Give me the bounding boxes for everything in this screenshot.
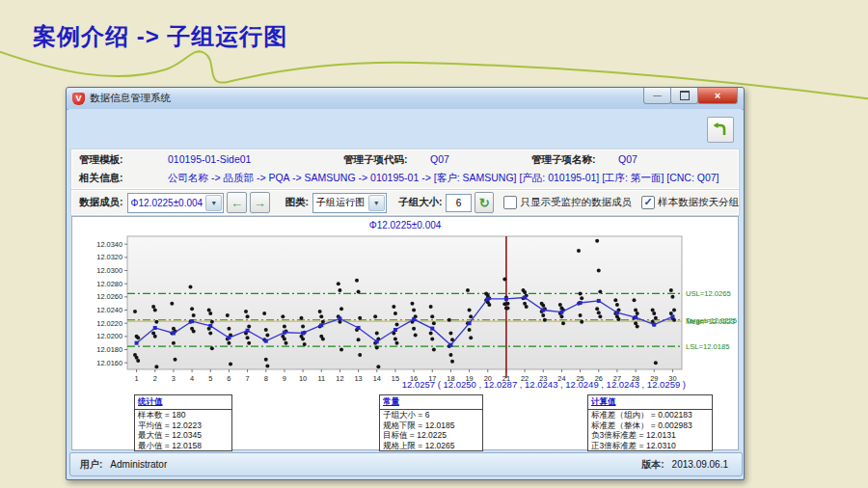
stat-row: 规格下限 = 12.0185 — [380, 420, 482, 431]
stat-row: 目标值 = 12.0225 — [380, 430, 482, 441]
svg-text:4: 4 — [190, 374, 194, 383]
control-toolbar: 数据成员: Φ12.0225±0.004 ▾ ← → 图类: 子组运行图 ▾ 子… — [70, 189, 740, 216]
svg-text:12.0180: 12.0180 — [96, 345, 122, 354]
svg-text:13: 13 — [354, 374, 362, 383]
svg-text:Mean=12.0223: Mean=12.0223 — [686, 317, 735, 326]
stat-row: 标准差（组内） = 0.002183 — [588, 410, 712, 420]
svg-text:12.0300: 12.0300 — [96, 266, 122, 275]
return-arrow-icon — [713, 122, 728, 138]
group-by-day-checkbox[interactable]: ✓ 样本数据按天分组 — [641, 196, 739, 209]
maximize-icon — [680, 91, 690, 100]
user-value: Administrator — [110, 459, 167, 470]
maximize-button[interactable] — [670, 88, 698, 104]
user-label: 用户: — [80, 458, 102, 472]
subitem-name-label: 管理子项名称: — [531, 153, 596, 167]
window-titlebar[interactable]: V 数据信息管理系统 — × — [67, 88, 744, 110]
statistics-table-title: 统计值 — [135, 395, 231, 410]
stat-row: 平均值 = 12.0223 — [135, 420, 231, 431]
subitem-name-value: Q07 — [618, 153, 637, 165]
svg-text:6: 6 — [227, 374, 231, 383]
svg-text:15: 15 — [392, 374, 399, 383]
svg-text:12.0160: 12.0160 — [96, 359, 122, 367]
data-member-value: Φ12.0225±0.004 — [128, 198, 206, 208]
constants-table-title: 常量 — [380, 395, 482, 410]
app-window: V 数据信息管理系统 — × 管理模板: 010195-01-Side01 管理… — [66, 87, 745, 480]
related-info-value: 公司名称 -> 品质部 -> PQA -> SAMSUNG -> 010195-… — [168, 172, 719, 185]
version-value: 2013.09.06.1 — [672, 459, 728, 470]
svg-text:9: 9 — [283, 374, 286, 383]
svg-text:5: 5 — [208, 374, 212, 383]
stat-row: 标准差（整体） = 0.002983 — [588, 420, 712, 431]
monitored-only-checkbox[interactable]: ✓ 只显示受监控的数据成员 — [503, 196, 632, 209]
chart-type-dropdown[interactable]: 子组运行图 ▾ — [312, 193, 387, 213]
management-info-panel: 管理模板: 010195-01-Side01 管理子项代码: Q07 管理子项名… — [70, 149, 740, 190]
close-button[interactable]: × — [697, 88, 738, 104]
subgroup-size-label: 子组大小: — [398, 196, 443, 209]
refresh-icon: ↻ — [479, 196, 490, 210]
version-label: 版本: — [641, 458, 664, 472]
data-member-label: 数据成员: — [79, 196, 123, 209]
svg-text:USL=12.0265: USL=12.0265 — [686, 289, 731, 298]
monitored-only-label: 只显示受监控的数据成员 — [520, 196, 632, 209]
svg-text:3: 3 — [172, 374, 176, 383]
svg-text:12.0320: 12.0320 — [96, 253, 122, 261]
chevron-down-icon[interactable]: ▾ — [205, 195, 222, 211]
presentation-slide: 案例介绍 -> 子组运行图 V 数据信息管理系统 — × 管理模 — [0, 0, 868, 488]
svg-text:14: 14 — [373, 374, 381, 383]
prev-member-button[interactable]: ← — [227, 192, 247, 213]
chart-type-label: 图类: — [285, 196, 310, 209]
chevron-down-icon[interactable]: ▾ — [368, 195, 385, 211]
minimize-button[interactable]: — — [643, 88, 671, 104]
right-arrow-icon: → — [254, 196, 266, 210]
app-logo-icon: V — [72, 93, 85, 105]
svg-text:10: 10 — [299, 374, 307, 383]
back-button[interactable] — [707, 117, 734, 143]
svg-text:12.0340: 12.0340 — [96, 240, 122, 249]
subgroup-run-chart[interactable]: 12.016012.018012.020012.022012.024012.02… — [72, 227, 738, 393]
stat-row: 子组大小 = 6 — [380, 410, 482, 420]
svg-text:11: 11 — [317, 374, 325, 383]
svg-text:LSL=12.0185: LSL=12.0185 — [686, 342, 729, 351]
svg-text:12.0240: 12.0240 — [96, 306, 122, 314]
svg-text:12: 12 — [336, 374, 343, 383]
svg-text:2: 2 — [153, 374, 157, 383]
subitem-code-label: 管理子项代码: — [343, 153, 408, 167]
stat-row: 样本数 = 180 — [135, 410, 231, 420]
chart-panel: Φ12.0225±0.004 12.016012.018012.020012.0… — [71, 216, 739, 450]
svg-text:12.0280: 12.0280 — [96, 280, 122, 288]
data-member-dropdown[interactable]: Φ12.0225±0.004 ▾ — [127, 193, 225, 213]
svg-text:7: 7 — [246, 374, 250, 383]
chart-type-value: 子组运行图 — [313, 196, 368, 209]
stat-row: 最大值 = 12.0345 — [135, 430, 231, 441]
refresh-button[interactable]: ↻ — [475, 192, 495, 213]
template-label: 管理模板: — [79, 153, 123, 167]
calculated-table-title: 计算值 — [588, 395, 712, 410]
svg-text:8: 8 — [264, 374, 268, 383]
selected-subgroup-values: 12.0257 ( 12.0250 , 12.0287 , 12.0243 , … — [402, 379, 686, 390]
subgroup-size-input[interactable]: 6 — [446, 194, 471, 212]
stat-row: 正3倍标准差 = 12.0310 — [588, 441, 712, 451]
checkbox-icon[interactable]: ✓ — [503, 196, 517, 209]
svg-text:12.0220: 12.0220 — [96, 319, 122, 328]
stat-row: 最小值 = 12.0158 — [135, 441, 231, 451]
window-title: 数据信息管理系统 — [90, 92, 171, 105]
constants-table: 常量 子组大小 = 6 规格下限 = 12.0185 目标值 = 12.0225… — [379, 394, 483, 451]
group-by-day-label: 样本数据按天分组 — [658, 196, 739, 209]
stat-row: 规格上限 = 12.0265 — [380, 441, 482, 451]
stat-row: 负3倍标准差 = 12.0131 — [588, 430, 712, 441]
toolbar-band — [68, 109, 742, 148]
statistics-table: 统计值 样本数 = 180 平均值 = 12.0223 最大值 = 12.034… — [134, 394, 232, 451]
subitem-code-value: Q07 — [430, 153, 449, 165]
svg-text:12.0260: 12.0260 — [96, 292, 122, 301]
svg-text:12.0200: 12.0200 — [96, 332, 122, 340]
slide-title: 案例介绍 -> 子组运行图 — [33, 21, 287, 52]
status-bar: 用户: Administrator 版本: 2013.09.06.1 — [69, 452, 743, 476]
template-value: 010195-01-Side01 — [168, 153, 251, 165]
svg-text:1: 1 — [135, 374, 139, 383]
next-member-button[interactable]: → — [250, 192, 270, 213]
left-arrow-icon: ← — [231, 196, 243, 210]
checkbox-icon[interactable]: ✓ — [641, 196, 655, 209]
related-info-label: 相关信息: — [79, 172, 123, 185]
calculated-table: 计算值 标准差（组内） = 0.002183 标准差（整体） = 0.00298… — [587, 394, 713, 451]
